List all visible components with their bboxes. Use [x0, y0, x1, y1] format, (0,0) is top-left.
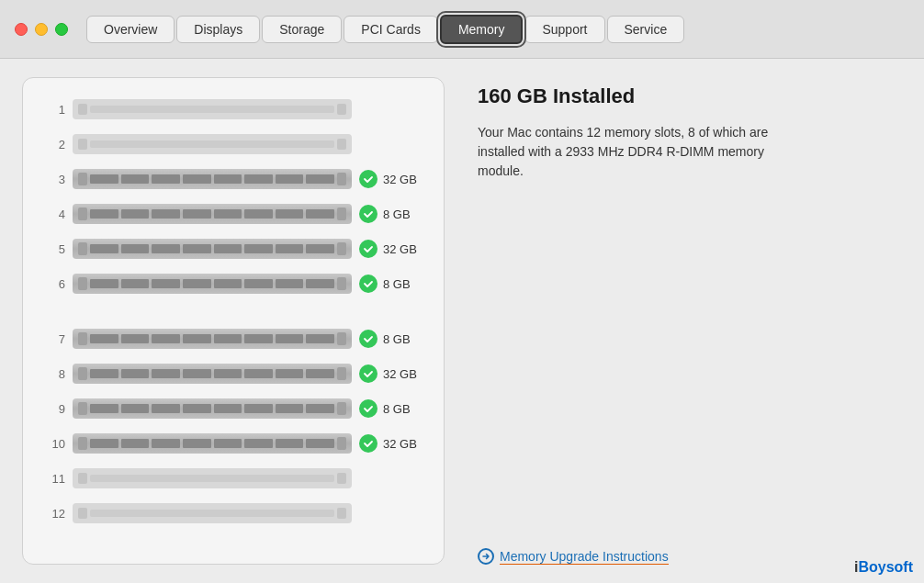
slot-number-7: 7 — [45, 332, 65, 346]
slot-row-3: 332 GB — [45, 163, 422, 196]
memory-tab-ring — [436, 11, 527, 48]
slot-bar-3 — [73, 169, 352, 189]
memory-installed-title: 160 GB Installed — [478, 84, 902, 108]
slot-number-12: 12 — [45, 507, 65, 521]
watermark: iBoysoft — [854, 559, 913, 576]
arrow-circle-icon — [478, 548, 494, 565]
slot-row-5: 532 GB — [45, 232, 422, 265]
memory-gb-bold: 160 GB — [478, 84, 547, 107]
slot-group-1: 12332 GB48 GB532 GB68 GB — [45, 93, 422, 300]
slot-size-5: 32 GB — [383, 242, 417, 256]
slot-status-3: 32 GB — [359, 170, 422, 188]
slot-number-10: 10 — [45, 437, 65, 451]
slot-number-2: 2 — [45, 138, 65, 151]
slot-number-8: 8 — [45, 367, 65, 381]
slot-bar-9 — [73, 398, 352, 419]
memory-description: Your Mac contains 12 memory slots, 8 of … — [478, 123, 790, 181]
slot-size-7: 8 GB — [383, 332, 411, 346]
slot-status-9: 8 GB — [359, 399, 422, 418]
window-controls — [15, 23, 68, 36]
tab-memory-wrapper: Memory — [440, 15, 524, 44]
slot-row-11: 11 — [45, 462, 422, 495]
slot-bar-8 — [73, 364, 352, 384]
tab-displays[interactable]: Displays — [176, 16, 260, 43]
slot-number-9: 9 — [45, 402, 65, 416]
slot-status-4: 8 GB — [359, 205, 422, 223]
slot-row-7: 78 GB — [45, 322, 422, 355]
info-panel: 160 GB Installed Your Mac contains 12 me… — [463, 77, 902, 565]
slot-status-6: 8 GB — [359, 275, 422, 293]
tab-overview[interactable]: Overview — [86, 16, 175, 43]
slot-status-8: 32 GB — [359, 364, 422, 383]
slot-row-9: 98 GB — [45, 392, 422, 425]
slot-status-5: 32 GB — [359, 240, 422, 258]
slot-bar-11 — [73, 468, 352, 488]
slot-size-6: 8 GB — [383, 277, 411, 291]
slot-number-3: 3 — [45, 173, 65, 186]
slot-check-icon-8 — [359, 364, 377, 383]
minimize-button[interactable] — [35, 23, 48, 36]
slot-check-icon-7 — [359, 330, 377, 348]
memory-slots-panel: 12332 GB48 GB532 GB68 GB 78 GB832 GB98 G… — [22, 77, 445, 565]
tab-pci-cards[interactable]: PCI Cards — [344, 16, 438, 43]
slot-check-icon-6 — [359, 275, 377, 293]
slot-size-3: 32 GB — [383, 173, 417, 186]
watermark-suffix: Boysoft — [858, 559, 913, 575]
slot-check-icon-4 — [359, 205, 377, 223]
slot-row-2: 2 — [45, 128, 422, 161]
slot-row-6: 68 GB — [45, 267, 422, 300]
slot-number-5: 5 — [45, 242, 65, 256]
slot-status-7: 8 GB — [359, 330, 422, 348]
slot-size-8: 32 GB — [383, 367, 417, 381]
tab-bar: Overview Displays Storage PCI Cards Memo… — [86, 15, 684, 44]
slot-size-4: 8 GB — [383, 207, 411, 221]
slot-check-icon-10 — [359, 434, 377, 453]
upgrade-link-text: Memory Upgrade Instructions — [500, 549, 669, 565]
close-button[interactable] — [15, 23, 28, 36]
slot-bar-4 — [73, 204, 352, 224]
main-content: 12332 GB48 GB532 GB68 GB 78 GB832 GB98 G… — [0, 59, 924, 583]
tab-storage[interactable]: Storage — [262, 16, 342, 43]
slot-row-1: 1 — [45, 93, 422, 126]
slot-status-10: 32 GB — [359, 434, 422, 453]
slot-check-icon-9 — [359, 399, 377, 418]
slot-bar-2 — [73, 134, 352, 154]
slot-bar-10 — [73, 433, 352, 454]
slot-bar-6 — [73, 274, 352, 294]
slot-row-10: 1032 GB — [45, 427, 422, 460]
slot-row-8: 832 GB — [45, 357, 422, 390]
slot-row-12: 12 — [45, 497, 422, 530]
tab-support[interactable]: Support — [524, 16, 604, 43]
slot-row-4: 48 GB — [45, 197, 422, 230]
slot-bar-5 — [73, 239, 352, 259]
memory-upgrade-link[interactable]: Memory Upgrade Instructions — [478, 548, 902, 565]
slot-group-2: 78 GB832 GB98 GB1032 GB1112 — [45, 322, 422, 530]
slot-number-6: 6 — [45, 277, 65, 291]
slot-size-10: 32 GB — [383, 437, 417, 451]
slot-number-11: 11 — [45, 472, 65, 486]
slot-check-icon-3 — [359, 170, 377, 188]
slot-size-9: 8 GB — [383, 402, 411, 416]
slot-number-4: 4 — [45, 207, 65, 221]
titlebar: Overview Displays Storage PCI Cards Memo… — [0, 0, 924, 59]
slot-bar-12 — [73, 503, 352, 523]
slot-bar-7 — [73, 329, 352, 349]
memory-installed-rest: Installed — [547, 84, 635, 107]
slot-bar-1 — [73, 99, 352, 119]
tab-service[interactable]: Service — [607, 16, 685, 43]
slot-check-icon-5 — [359, 240, 377, 258]
slot-number-1: 1 — [45, 103, 65, 117]
maximize-button[interactable] — [55, 23, 68, 36]
